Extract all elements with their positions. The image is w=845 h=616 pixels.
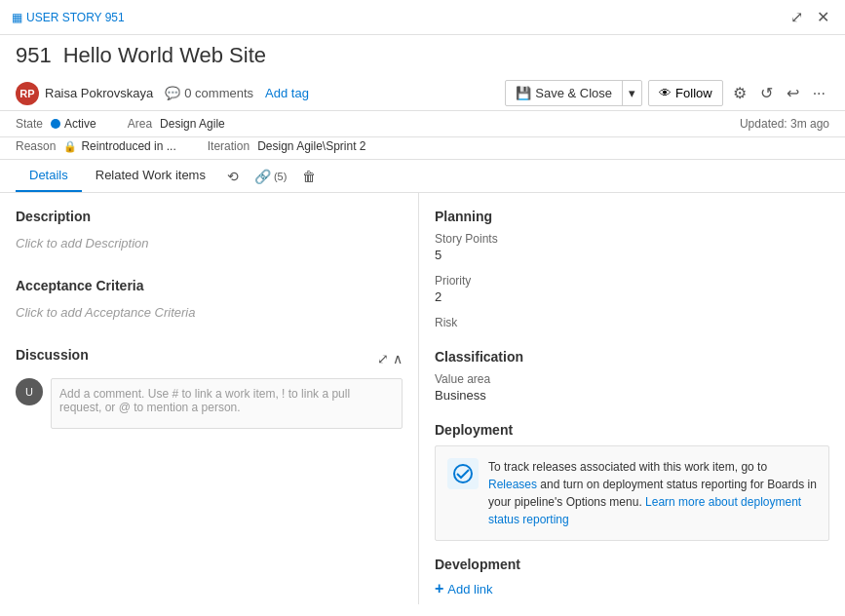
meta-row: State Active Area Design Agile Updated: …	[0, 111, 845, 137]
breadcrumb[interactable]: ▦ USER STORY 951	[12, 11, 125, 24]
meta-row-2: Reason 🔒 Reintroduced in ... Iteration D…	[0, 137, 845, 160]
tab-related-work-items[interactable]: Related Work items	[82, 160, 219, 192]
expand-button[interactable]: ⤢	[787, 6, 807, 28]
deployment-title: Deployment	[435, 422, 829, 438]
acceptance-title: Acceptance Criteria	[16, 278, 403, 293]
planning-section: Planning Story Points 5 Priority 2 Risk	[435, 209, 829, 329]
user-info: RP Raisa Pokrovskaya	[16, 82, 153, 105]
toolbar: RP Raisa Pokrovskaya 💬 0 comments Add ta…	[0, 76, 845, 111]
comments-count: 0 comments	[184, 86, 253, 100]
avatar: RP	[16, 82, 39, 105]
iteration-value: Design Agile\Sprint 2	[257, 139, 365, 153]
reason-label: Reason	[16, 139, 56, 153]
area-item: Area Design Agile	[128, 117, 225, 131]
links-count: (5)	[274, 171, 287, 182]
deploy-text: To track releases associated with this w…	[488, 458, 817, 528]
title-row: 951 Hello World Web Site	[0, 35, 845, 76]
add-tag-button[interactable]: Add tag	[265, 86, 309, 100]
state-value: Active	[51, 117, 96, 131]
tab-links[interactable]: 🔗 (5)	[247, 163, 294, 190]
comment-icon: 💬	[165, 86, 180, 100]
history-icon: ⟲	[227, 169, 239, 184]
priority-label: Priority	[435, 274, 829, 288]
acceptance-section: Acceptance Criteria Click to add Accepta…	[16, 278, 403, 324]
work-item-title: Hello World Web Site	[63, 43, 266, 68]
area-value: Design Agile	[160, 117, 225, 131]
deployment-section: Deployment To track releases associated …	[435, 422, 829, 541]
links-icon: 🔗	[254, 169, 271, 184]
value-area-value: Business	[435, 388, 829, 403]
user-name: Raisa Pokrovskaya	[45, 86, 153, 100]
save-close-main[interactable]: 💾 Save & Close	[506, 81, 623, 105]
save-icon: 💾	[516, 86, 531, 100]
reason-item: Reason 🔒 Reintroduced in ...	[16, 139, 176, 153]
left-panel: Description Click to add Description Acc…	[0, 193, 419, 604]
work-item-id: 951	[16, 43, 52, 68]
comment-input[interactable]: Add a comment. Use # to link a work item…	[51, 378, 403, 429]
value-area-label: Value area	[435, 372, 829, 386]
releases-link[interactable]: Releases	[488, 478, 537, 491]
description-placeholder[interactable]: Click to add Description	[16, 232, 403, 254]
discussion-icons: ⤢ ∧	[377, 351, 403, 366]
content-area: Description Click to add Description Acc…	[0, 193, 845, 604]
iteration-item: Iteration Design Agile\Sprint 2	[208, 139, 366, 153]
undo-button[interactable]: ↩	[783, 80, 803, 106]
top-bar: ▦ USER STORY 951 ⤢ ✕	[0, 0, 845, 35]
tab-details[interactable]: Details	[16, 160, 82, 192]
iteration-label: Iteration	[208, 139, 250, 153]
follow-button[interactable]: 👁 Follow	[648, 80, 723, 106]
save-close-button[interactable]: 💾 Save & Close ▾	[505, 80, 642, 106]
updated-time: Updated: 3m ago	[740, 117, 829, 131]
settings-button[interactable]: ⚙	[729, 80, 750, 106]
comment-avatar: U	[16, 378, 43, 405]
priority-value: 2	[435, 289, 829, 304]
more-button[interactable]: ···	[809, 81, 829, 106]
deployment-card: To track releases associated with this w…	[435, 445, 829, 541]
tab-history[interactable]: ⟲	[219, 163, 247, 190]
close-button[interactable]: ✕	[813, 6, 833, 28]
tab-trash[interactable]: 🗑	[294, 163, 324, 190]
development-section: Development + Add link Link an Azure Rep…	[435, 557, 829, 604]
right-panel: Planning Story Points 5 Priority 2 Risk …	[419, 193, 845, 604]
discussion-collapse-button[interactable]: ∧	[393, 351, 403, 366]
planning-title: Planning	[435, 209, 829, 224]
discussion-expand-button[interactable]: ⤢	[377, 351, 389, 366]
classification-section: Classification Value area Business	[435, 349, 829, 403]
follow-icon: 👁	[659, 86, 672, 100]
tabs: Details Related Work items ⟲ 🔗 (5) 🗑	[0, 160, 845, 193]
save-close-dropdown[interactable]: ▾	[623, 81, 641, 105]
discussion-section: Discussion ⤢ ∧ U Add a comment. Use # to…	[16, 347, 403, 429]
reason-value: 🔒 Reintroduced in ...	[63, 139, 175, 153]
comment-area: U Add a comment. Use # to link a work it…	[16, 378, 403, 429]
state-item: State Active	[16, 117, 96, 131]
state-label: State	[16, 117, 43, 131]
description-section: Description Click to add Description	[16, 209, 403, 254]
lock-icon: 🔒	[63, 140, 77, 153]
acceptance-placeholder[interactable]: Click to add Acceptance Criteria	[16, 301, 403, 324]
discussion-header: Discussion ⤢ ∧	[16, 347, 403, 370]
plus-icon: +	[435, 580, 443, 597]
development-title: Development	[435, 557, 829, 572]
toolbar-right: 💾 Save & Close ▾ 👁 Follow ⚙ ↺ ↩ ···	[505, 80, 829, 106]
story-points-label: Story Points	[435, 232, 829, 246]
risk-label: Risk	[435, 316, 829, 329]
trash-icon: 🗑	[302, 169, 316, 184]
comments-link[interactable]: 💬 0 comments	[165, 86, 253, 100]
refresh-button[interactable]: ↺	[756, 80, 777, 106]
user-story-icon: ▦	[12, 11, 22, 24]
window-controls: ⤢ ✕	[787, 6, 833, 28]
breadcrumb-label: USER STORY 951	[26, 11, 125, 24]
area-label: Area	[128, 117, 152, 131]
description-title: Description	[16, 209, 403, 224]
story-points-value: 5	[435, 248, 829, 262]
discussion-title: Discussion	[16, 347, 89, 363]
deploy-icon	[447, 458, 479, 489]
status-dot	[51, 119, 60, 129]
svg-rect-0	[447, 458, 479, 489]
classification-title: Classification	[435, 349, 829, 365]
add-link-button[interactable]: + Add link	[435, 580, 493, 597]
